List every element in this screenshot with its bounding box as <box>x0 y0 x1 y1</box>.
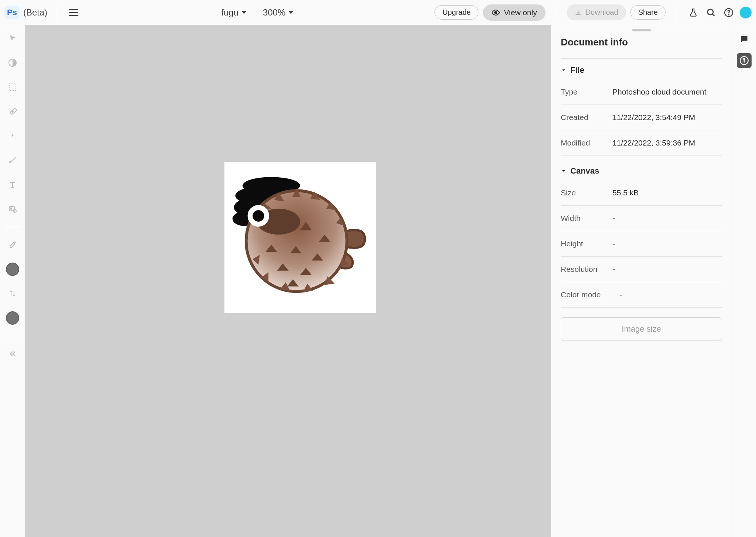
left-toolbar <box>0 25 25 537</box>
heal-tool[interactable] <box>6 105 19 118</box>
toolbar-separator <box>5 227 20 227</box>
canvas-height-label: Height <box>561 239 612 248</box>
document-info-panel: Document info File Type Photoshop cloud … <box>551 25 732 537</box>
svg-point-40 <box>743 58 745 59</box>
beta-label: (Beta) <box>23 7 47 18</box>
file-type-value: Photoshop cloud document <box>612 88 707 96</box>
file-created-label: Created <box>561 113 612 122</box>
right-rail <box>732 25 756 537</box>
info-tab-icon[interactable] <box>737 53 752 68</box>
zoom-dropdown[interactable]: 300% <box>263 7 293 18</box>
zoom-level: 300% <box>263 7 285 18</box>
canvas-section-title: Canvas <box>570 166 599 176</box>
marquee-tool[interactable] <box>6 81 19 94</box>
panel-drag-handle[interactable] <box>632 29 651 31</box>
download-label: Download <box>585 8 618 17</box>
canvas-width-label: Width <box>561 214 612 223</box>
divider <box>556 5 556 20</box>
canvas-width-row: Width - <box>561 206 722 231</box>
search-icon[interactable] <box>704 6 718 19</box>
help-icon[interactable] <box>722 6 735 19</box>
sparkle-tool[interactable] <box>6 129 19 143</box>
download-button: Download <box>567 4 626 20</box>
view-only-button[interactable]: View only <box>483 4 546 21</box>
hamburger-menu-icon[interactable] <box>67 7 80 18</box>
add-image-tool[interactable] <box>6 202 19 216</box>
app-logo[interactable]: Ps <box>4 6 20 19</box>
canvas-resolution-row: Resolution - <box>561 257 722 282</box>
eyedropper-tool[interactable] <box>6 238 19 252</box>
document-canvas[interactable] <box>224 162 376 313</box>
header-center: fugu 300% <box>80 7 434 18</box>
foreground-color-swatch[interactable] <box>6 263 19 276</box>
canvas-size-row: Size 55.5 kB <box>561 180 722 206</box>
divider <box>57 5 57 20</box>
canvas-height-value: - <box>612 239 615 248</box>
brush-tool[interactable] <box>6 154 19 167</box>
file-created-value: 11/22/2022, 3:54:49 PM <box>612 113 695 122</box>
collapse-toolbar-icon[interactable] <box>6 347 19 360</box>
svg-point-38 <box>252 210 264 222</box>
main-area: Document info File Type Photoshop cloud … <box>0 25 756 537</box>
svg-point-1 <box>708 9 713 14</box>
svg-point-3 <box>728 14 729 15</box>
canvas-section-toggle[interactable]: Canvas <box>561 166 722 176</box>
document-name-dropdown[interactable]: fugu <box>221 7 247 18</box>
divider <box>676 5 676 20</box>
share-button[interactable]: Share <box>630 5 666 20</box>
chevron-down-icon <box>288 11 293 14</box>
file-modified-value: 11/22/2022, 3:59:36 PM <box>612 138 695 147</box>
toolbar-separator <box>5 336 20 336</box>
text-tool[interactable] <box>6 178 19 191</box>
view-only-label: View only <box>504 8 537 17</box>
canvas-width-value: - <box>612 214 615 223</box>
canvas-area[interactable] <box>25 25 551 537</box>
svg-point-0 <box>495 11 497 14</box>
move-tool[interactable] <box>6 32 19 45</box>
chevron-down-icon <box>561 67 567 73</box>
header-left: Ps (Beta) <box>4 5 80 20</box>
mask-tool[interactable] <box>6 56 19 69</box>
download-icon <box>574 9 582 16</box>
svg-rect-5 <box>9 84 16 90</box>
canvas-size-label: Size <box>561 188 612 197</box>
swap-colors-icon[interactable] <box>6 287 19 300</box>
canvas-resolution-value: - <box>612 265 615 274</box>
file-type-row: Type Photoshop cloud document <box>561 79 722 105</box>
eye-icon <box>491 8 500 17</box>
chevron-down-icon <box>561 168 567 174</box>
document-name: fugu <box>221 7 238 18</box>
comments-tab-icon[interactable] <box>737 32 752 47</box>
canvas-size-value: 55.5 kB <box>612 188 639 197</box>
header-right: Upgrade View only Download Share <box>434 4 752 21</box>
file-modified-label: Modified <box>561 138 612 147</box>
canvas-colormode-label: Color mode <box>561 290 620 299</box>
background-color-swatch[interactable] <box>6 311 19 325</box>
app-header: Ps (Beta) fugu 300% Upgrade View only <box>0 0 756 25</box>
file-section-toggle[interactable]: File <box>561 65 722 75</box>
upgrade-button[interactable]: Upgrade <box>434 5 478 20</box>
file-type-label: Type <box>561 88 612 96</box>
canvas-colormode-row: Color mode - <box>561 282 722 308</box>
image-size-button[interactable]: Image size <box>561 317 722 341</box>
labs-icon[interactable] <box>687 6 700 19</box>
file-section-title: File <box>570 65 584 75</box>
canvas-colormode-value: - <box>620 290 622 299</box>
user-avatar[interactable] <box>740 7 752 18</box>
canvas-height-row: Height - <box>561 231 722 257</box>
document-artwork <box>228 165 372 309</box>
file-modified-row: Modified 11/22/2022, 3:59:36 PM <box>561 130 722 156</box>
file-created-row: Created 11/22/2022, 3:54:49 PM <box>561 105 722 130</box>
canvas-resolution-label: Resolution <box>561 265 612 274</box>
panel-title: Document info <box>561 37 722 48</box>
chevron-down-icon <box>241 11 247 14</box>
